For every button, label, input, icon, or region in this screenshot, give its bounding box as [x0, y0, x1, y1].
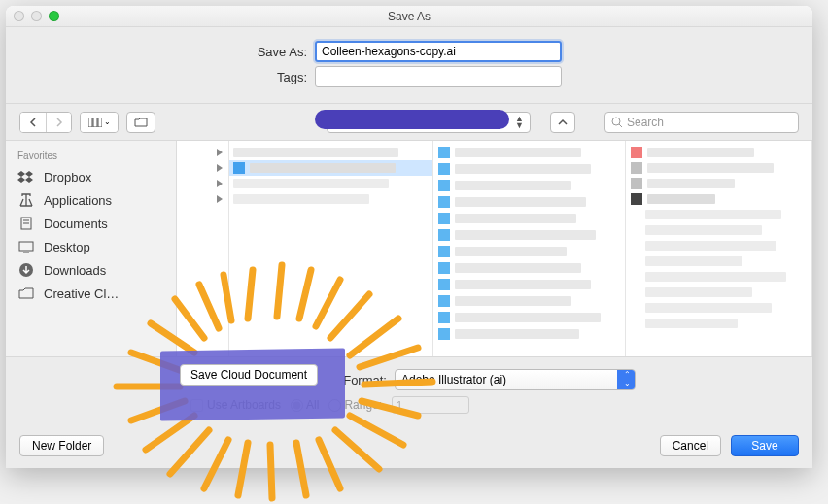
new-folder-button[interactable]: New Folder — [19, 435, 104, 456]
annotation-scribble — [315, 110, 509, 129]
applications-icon — [17, 192, 35, 208]
sidebar: Favorites Dropbox Applications Documents… — [6, 141, 177, 356]
sidebar-item-label: Desktop — [44, 240, 90, 254]
folder-arrow-icon — [217, 180, 223, 187]
tags-input[interactable] — [315, 66, 562, 87]
search-icon — [611, 117, 623, 128]
sidebar-item-label: Dropbox — [44, 170, 91, 185]
folder-arrow-icon — [217, 149, 223, 156]
options-area: Format: Adobe Illustrator (ai) Use Artbo… — [6, 356, 812, 427]
dropbox-icon — [17, 169, 35, 185]
downloads-icon — [17, 262, 35, 278]
format-select[interactable]: Adobe Illustrator (ai) — [395, 369, 636, 390]
saveas-label: Save As: — [6, 45, 315, 59]
toolbar: ⌄ Creative Cloud Files ▲▼ Search — [6, 104, 812, 141]
svg-rect-1 — [93, 118, 97, 127]
sidebar-item-dropbox[interactable]: Dropbox — [6, 165, 176, 188]
cancel-button[interactable]: Cancel — [660, 435, 721, 456]
search-field[interactable]: Search — [604, 112, 799, 133]
close-icon[interactable] — [14, 11, 24, 21]
window-title: Save As — [388, 10, 431, 23]
documents-icon — [17, 216, 35, 231]
sidebar-item-label: Documents — [44, 217, 108, 231]
footer: New Folder Cancel Save — [6, 427, 812, 468]
sidebar-header: Favorites — [6, 147, 176, 165]
svg-rect-0 — [88, 118, 92, 127]
tags-label: Tags: — [6, 70, 315, 84]
svg-line-4 — [619, 124, 622, 127]
sidebar-item-desktop[interactable]: Desktop — [6, 235, 176, 258]
view-segmented: ⌄ — [80, 112, 119, 133]
folder-arrow-icon — [217, 195, 223, 203]
collapse-button[interactable] — [550, 112, 575, 133]
format-select-wrap: Adobe Illustrator (ai) — [395, 369, 636, 390]
zoom-icon[interactable] — [49, 11, 59, 21]
svg-rect-8 — [19, 242, 33, 251]
sidebar-item-downloads[interactable]: Downloads — [6, 258, 176, 282]
folder-plus-icon — [134, 117, 148, 127]
sidebar-item-label: Applications — [44, 193, 112, 208]
column-view[interactable] — [177, 141, 812, 356]
sidebar-item-label: Creative Cl… — [44, 286, 119, 301]
sidebar-item-label: Downloads — [44, 263, 106, 278]
sidebar-item-documents[interactable]: Documents — [6, 212, 176, 235]
traffic-lights — [14, 11, 59, 21]
forward-button[interactable] — [46, 113, 71, 132]
search-placeholder: Search — [627, 116, 664, 129]
save-cloud-document-button[interactable]: Save Cloud Document — [180, 364, 318, 386]
form-area: Save As: Tags: — [6, 27, 812, 104]
svg-rect-2 — [98, 118, 102, 127]
chevron-left-icon — [28, 118, 38, 127]
save-button[interactable]: Save — [731, 435, 799, 456]
desktop-icon — [17, 239, 35, 254]
range-input[interactable] — [392, 396, 469, 414]
svg-point-3 — [612, 118, 620, 125]
file-browser: Favorites Dropbox Applications Documents… — [6, 141, 812, 356]
filename-input[interactable] — [315, 41, 562, 62]
view-mode-button[interactable]: ⌄ — [81, 113, 118, 132]
folder-arrow-icon — [217, 164, 223, 172]
chevron-up-icon — [558, 118, 568, 126]
sidebar-item-applications[interactable]: Applications — [6, 188, 176, 212]
columns-icon — [88, 118, 102, 127]
sidebar-item-creativecloud[interactable]: Creative Cl… — [6, 282, 176, 305]
nav-segmented — [19, 112, 72, 133]
titlebar: Save As — [6, 6, 812, 27]
save-dialog: Save As Save As: Tags: ⌄ — [6, 6, 812, 468]
chevron-right-icon — [54, 118, 64, 127]
minimize-icon[interactable] — [31, 11, 42, 21]
folder-icon — [17, 286, 35, 301]
back-button[interactable] — [20, 113, 46, 132]
group-button[interactable] — [126, 112, 155, 133]
updown-icon: ▲▼ — [515, 116, 524, 129]
